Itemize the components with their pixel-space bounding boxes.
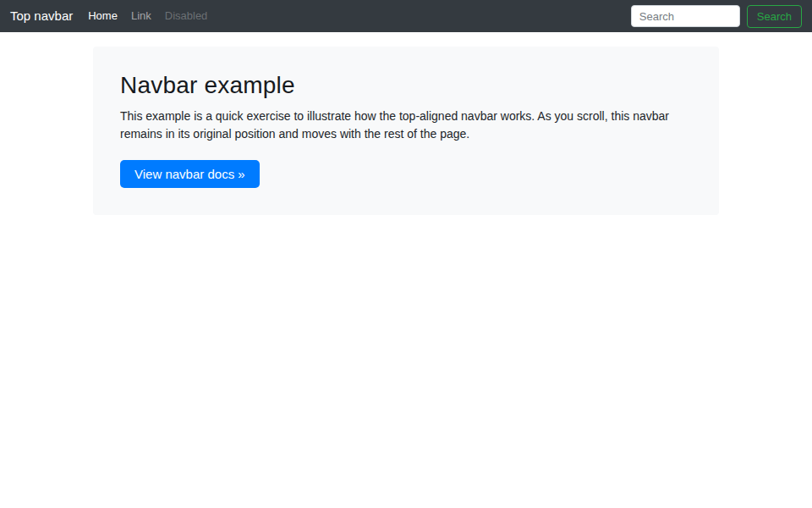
navbar-brand[interactable]: Top navbar xyxy=(10,0,73,32)
main-container: Navbar example This example is a quick e… xyxy=(93,47,719,215)
page-title: Navbar example xyxy=(120,72,692,99)
view-navbar-docs-button[interactable]: View navbar docs » xyxy=(120,160,260,188)
search-input[interactable] xyxy=(631,5,740,27)
navbar-nav: Home Link Disabled xyxy=(81,0,631,32)
navbar-search-form: Search xyxy=(631,5,802,28)
nav-link-link[interactable]: Link xyxy=(124,0,158,32)
search-button[interactable]: Search xyxy=(747,5,802,28)
nav-link-home[interactable]: Home xyxy=(81,0,124,32)
nav-link-disabled: Disabled xyxy=(158,0,215,32)
jumbotron: Navbar example This example is a quick e… xyxy=(93,47,719,215)
page-description: This example is a quick exercise to illu… xyxy=(120,108,692,143)
top-navbar: Top navbar Home Link Disabled Search xyxy=(0,0,812,32)
